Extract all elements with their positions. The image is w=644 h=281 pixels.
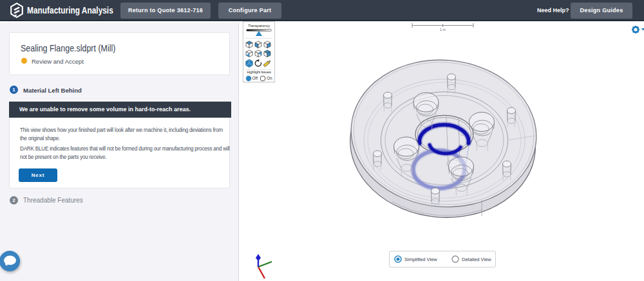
svg-text:Off: Off: [252, 76, 258, 80]
svg-text:Simplified View: Simplified View: [404, 257, 437, 262]
svg-text:1 in: 1 in: [440, 28, 446, 32]
svg-text:On: On: [267, 76, 272, 80]
svg-text:Detailed View: Detailed View: [462, 257, 491, 262]
